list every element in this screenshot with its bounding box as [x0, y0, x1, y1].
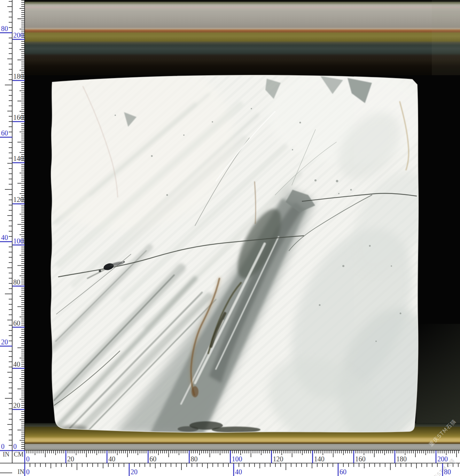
- svg-text:IN: IN: [3, 451, 9, 458]
- svg-text:20: 20: [67, 455, 74, 463]
- svg-text:200: 200: [437, 455, 448, 463]
- svg-text:160: 160: [355, 455, 366, 463]
- svg-text:80: 80: [13, 278, 20, 286]
- ruler-labels: 0204060801001201401601802000204060800204…: [0, 25, 451, 476]
- svg-text:0: 0: [26, 455, 30, 463]
- svg-text:140: 140: [314, 455, 325, 463]
- svg-text:40: 40: [108, 455, 115, 463]
- svg-text:180: 180: [396, 455, 407, 463]
- svg-text:20: 20: [1, 338, 8, 346]
- ruler-ticks: [5, 0, 459, 470]
- svg-text:80: 80: [190, 455, 197, 463]
- svg-text:100: 100: [232, 455, 242, 463]
- svg-text:20: 20: [13, 401, 20, 409]
- svg-text:CM: CM: [14, 451, 23, 458]
- svg-text:40: 40: [13, 360, 20, 368]
- svg-text:120: 120: [273, 455, 283, 463]
- svg-text:0: 0: [13, 443, 17, 450]
- ruler-frame: [0, 0, 460, 473]
- svg-text:60: 60: [340, 468, 346, 476]
- svg-text:0: 0: [26, 468, 30, 476]
- svg-text:40: 40: [1, 234, 8, 241]
- svg-text:160: 160: [13, 114, 24, 121]
- svg-text:180: 180: [13, 72, 24, 80]
- svg-text:IN: IN: [18, 468, 24, 475]
- svg-text:200: 200: [13, 31, 24, 39]
- svg-text:120: 120: [13, 196, 24, 203]
- svg-text:100: 100: [13, 237, 24, 245]
- svg-text:40: 40: [235, 468, 242, 476]
- svg-text:60: 60: [13, 319, 20, 327]
- svg-text:60: 60: [149, 455, 156, 463]
- slab-scan-viewport: 0204060801001201401601802000204060800204…: [0, 0, 460, 476]
- svg-text:0: 0: [1, 443, 5, 450]
- svg-text:60: 60: [1, 129, 8, 137]
- svg-text:80: 80: [1, 25, 8, 32]
- svg-text:20: 20: [131, 468, 138, 476]
- svg-text:80: 80: [444, 468, 451, 476]
- measurement-rulers: 0204060801001201401601802000204060800204…: [0, 0, 460, 476]
- svg-text:140: 140: [13, 155, 24, 162]
